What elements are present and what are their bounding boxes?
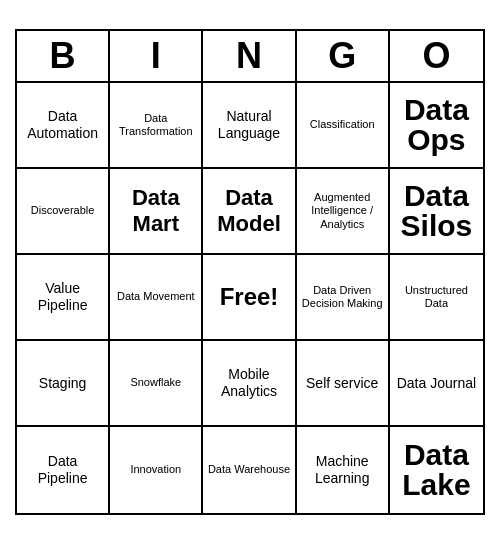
cell-text: Free! [220, 283, 279, 312]
cell-text: Data Model [207, 185, 290, 238]
bingo-cell: Mobile Analytics [203, 341, 296, 427]
header-letter: N [203, 31, 296, 81]
bingo-grid: Data AutomationData TransformationNatura… [17, 83, 483, 513]
bingo-cell: Data Automation [17, 83, 110, 169]
bingo-cell: Natural Language [203, 83, 296, 169]
cell-text: Data Journal [397, 375, 476, 392]
cell-text: Data Automation [21, 108, 104, 142]
bingo-cell: Data Warehouse [203, 427, 296, 513]
bingo-cell: Discoverable [17, 169, 110, 255]
bingo-cell: Data Movement [110, 255, 203, 341]
cell-text: Augmented Intelligence / Analytics [301, 191, 384, 231]
bingo-cell: Free! [203, 255, 296, 341]
cell-text: Data Transformation [114, 112, 197, 138]
cell-text: Innovation [130, 463, 181, 476]
header-letter: G [297, 31, 390, 81]
cell-text: Natural Language [207, 108, 290, 142]
cell-text: Data Warehouse [208, 463, 290, 476]
cell-text: Self service [306, 375, 378, 392]
cell-text: Data Ops [394, 95, 479, 155]
bingo-cell: Machine Learning [297, 427, 390, 513]
bingo-cell: Innovation [110, 427, 203, 513]
bingo-cell: Data Silos [390, 169, 483, 255]
bingo-cell: Data Transformation [110, 83, 203, 169]
cell-text: Machine Learning [301, 453, 384, 487]
bingo-cell: Augmented Intelligence / Analytics [297, 169, 390, 255]
cell-text: Data Mart [114, 185, 197, 238]
bingo-card: BINGO Data AutomationData Transformation… [15, 29, 485, 515]
bingo-cell: Classification [297, 83, 390, 169]
cell-text: Mobile Analytics [207, 366, 290, 400]
header-letter: O [390, 31, 483, 81]
cell-text: Data Movement [117, 290, 195, 303]
cell-text: Data Pipeline [21, 453, 104, 487]
header-letter: I [110, 31, 203, 81]
bingo-cell: Data Journal [390, 341, 483, 427]
cell-text: Staging [39, 375, 86, 392]
bingo-cell: Unstructured Data [390, 255, 483, 341]
bingo-header: BINGO [17, 31, 483, 83]
header-letter: B [17, 31, 110, 81]
bingo-cell: Snowflake [110, 341, 203, 427]
cell-text: Snowflake [130, 376, 181, 389]
bingo-cell: Self service [297, 341, 390, 427]
cell-text: Data Lake [394, 440, 479, 500]
cell-text: Data Driven Decision Making [301, 284, 384, 310]
cell-text: Data Silos [394, 181, 479, 241]
cell-text: Discoverable [31, 204, 95, 217]
bingo-cell: Data Lake [390, 427, 483, 513]
bingo-cell: Staging [17, 341, 110, 427]
bingo-cell: Data Pipeline [17, 427, 110, 513]
cell-text: Unstructured Data [394, 284, 479, 310]
bingo-cell: Data Mart [110, 169, 203, 255]
bingo-cell: Value Pipeline [17, 255, 110, 341]
bingo-cell: Data Driven Decision Making [297, 255, 390, 341]
bingo-cell: Data Model [203, 169, 296, 255]
cell-text: Classification [310, 118, 375, 131]
cell-text: Value Pipeline [21, 280, 104, 314]
bingo-cell: Data Ops [390, 83, 483, 169]
